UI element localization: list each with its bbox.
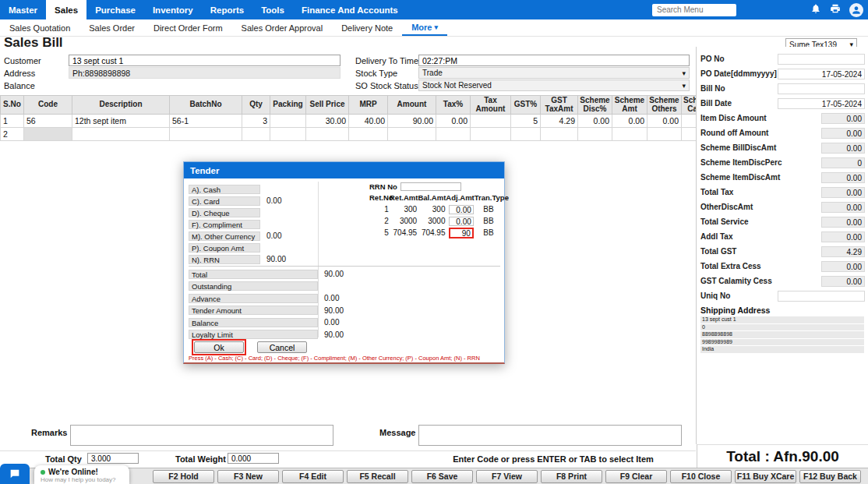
nav-reports[interactable]: Reports [202, 0, 252, 19]
address-field[interactable]: Ph:8898898898 [69, 67, 340, 79]
f8-print-button[interactable]: F8 Print [541, 470, 602, 483]
cell-scheme-disc[interactable]: 0.00 [578, 115, 612, 128]
customer-input[interactable] [69, 55, 340, 66]
cell-sno[interactable]: 1 [1, 115, 24, 128]
uniq-no-input[interactable] [778, 291, 865, 302]
cell-scheme-cash[interactable] [682, 115, 697, 128]
cell-mrp[interactable] [349, 128, 388, 141]
f12-buy-back-button[interactable]: F12 Buy Back [799, 470, 861, 483]
delivery-to-time-input[interactable] [418, 55, 690, 66]
nav-tools[interactable]: Tools [252, 0, 293, 19]
cell-sell-price[interactable] [306, 128, 349, 141]
adj-amt-input[interactable]: 0.00 [449, 205, 474, 214]
cell-gst-pct[interactable]: 5 [511, 115, 541, 128]
cell-gst-taxamt[interactable]: 4.29 [541, 115, 578, 128]
f6-save-button[interactable]: F6 Save [411, 470, 473, 483]
cell-packing[interactable] [270, 115, 306, 128]
chat-widget[interactable]: We're Online! How may I help you today? [34, 465, 129, 484]
cancel-button[interactable]: Cancel [257, 341, 307, 353]
adj-amt-input[interactable]: 0.00 [449, 217, 474, 226]
f3-new-button[interactable]: F3 New [217, 470, 279, 483]
total-qty-input[interactable] [87, 453, 139, 464]
nav-sales[interactable]: Sales [46, 0, 86, 19]
cell-amount[interactable]: 90.00 [388, 115, 436, 128]
other-currency-value[interactable]: 0.00 [266, 231, 281, 240]
cell-sell-price[interactable]: 30.00 [306, 115, 349, 128]
so-stock-status-select[interactable]: Stock Not Reserved ▾ [418, 79, 690, 91]
cell-scheme-cash[interactable] [682, 128, 697, 141]
ok-button[interactable]: Ok [194, 341, 244, 353]
cell-qty[interactable]: 3 [242, 115, 270, 128]
cell-tax-pct[interactable]: 0.00 [436, 115, 471, 128]
col-scheme-amt: Scheme Amt [612, 96, 647, 115]
chat-launcher-icon[interactable] [0, 464, 30, 484]
card-value[interactable]: 0.00 [266, 196, 281, 205]
f4-edit-button[interactable]: F4 Edit [282, 470, 344, 483]
so-stock-status-label: SO Stock Status [355, 81, 418, 90]
cell-gst-taxamt[interactable] [541, 128, 578, 141]
cell-scheme-others[interactable] [647, 128, 682, 141]
subnav-sales-order-approval[interactable]: Sales Order Approval [232, 19, 333, 36]
cell-mrp[interactable]: 40.00 [349, 115, 388, 128]
f11-buy-xcare-button[interactable]: F11 Buy XCare [735, 470, 796, 483]
search-input[interactable] [652, 4, 736, 16]
cell-tax-pct[interactable] [436, 128, 471, 141]
cell-batchno[interactable] [170, 128, 242, 141]
f5-recall-button[interactable]: F5 Recall [347, 470, 408, 483]
po-date-input[interactable]: 17-05-2024 [778, 69, 865, 79]
message-input[interactable] [418, 425, 682, 446]
bill-date-input[interactable]: 17-05-2024 [778, 98, 865, 109]
col-sno: S.No [1, 96, 24, 115]
rrn-row: 2 3000 3000 0.00 BB [369, 215, 503, 227]
cell-description[interactable]: 12th sept item [72, 115, 170, 128]
cell-tax-amount[interactable] [471, 128, 511, 141]
subnav-delivery-note[interactable]: Delivery Note [332, 19, 402, 36]
rrn-value[interactable]: 90.00 [266, 255, 286, 263]
cell-code[interactable]: 56 [24, 115, 72, 128]
subnav-direct-order-form[interactable]: Direct Order Form [144, 19, 232, 36]
cell-scheme-disc[interactable] [578, 128, 612, 141]
col-scheme-cash: Scheme Cash [682, 96, 697, 115]
subnav-sales-order[interactable]: Sales Order [79, 19, 144, 36]
nav-master[interactable]: Master [0, 0, 46, 19]
f2-hold-button[interactable]: F2 Hold [153, 470, 214, 483]
cell-scheme-amt[interactable]: 0.00 [612, 115, 647, 128]
printer-icon[interactable] [830, 3, 841, 17]
online-status-icon [41, 470, 45, 475]
remarks-input[interactable] [70, 425, 333, 446]
cell-gst-pct[interactable] [511, 128, 541, 141]
subnav-more[interactable]: More ▾ [402, 19, 447, 36]
cell-qty[interactable] [242, 128, 270, 141]
cell-description[interactable] [72, 128, 170, 141]
f9-clear-button[interactable]: F9 Clear [605, 470, 667, 483]
rrn-label: N). RRN [189, 255, 260, 264]
cell-tax-amount[interactable] [471, 115, 511, 128]
cell-batchno[interactable]: 56-1 [170, 115, 242, 128]
tender-dialog: Tender A). Cash C). Card0.00 D). Cheque … [183, 161, 505, 364]
nav-purchase[interactable]: Purchase [86, 0, 144, 19]
panel-row-uniq-no: Uniq No [697, 288, 868, 303]
rrn-no-input[interactable] [400, 182, 461, 191]
panel-row-bill-no: Bill No [697, 81, 868, 96]
nav-inventory[interactable]: Inventory [144, 0, 202, 19]
rrn-no-label: RRN No [369, 182, 397, 191]
bill-no-input[interactable] [778, 83, 865, 94]
subnav-sales-quotation[interactable]: Sales Quotation [0, 19, 79, 36]
cell-sno[interactable]: 2 [1, 128, 24, 141]
adj-amt-input-highlighted[interactable]: 90 [449, 228, 474, 238]
cell-packing[interactable] [270, 128, 306, 141]
f10-close-button[interactable]: F10 Close [670, 470, 732, 483]
tender-dialog-title[interactable]: Tender [184, 162, 504, 178]
po-no-input[interactable] [778, 54, 865, 65]
bell-icon[interactable] [810, 3, 821, 17]
cell-scheme-amt[interactable] [612, 128, 647, 141]
col-description: Description [72, 96, 170, 115]
cell-code[interactable] [24, 128, 72, 141]
f7-view-button[interactable]: F7 View [476, 470, 538, 483]
nav-finance-accounts[interactable]: Finance And Accounts [293, 0, 407, 19]
total-weight-input[interactable] [228, 453, 279, 464]
cell-scheme-others[interactable]: 0.00 [647, 115, 682, 128]
cell-amount[interactable] [388, 128, 436, 141]
stock-type-select[interactable]: Trade ▾ [418, 67, 690, 79]
user-avatar-icon[interactable] [849, 3, 863, 17]
